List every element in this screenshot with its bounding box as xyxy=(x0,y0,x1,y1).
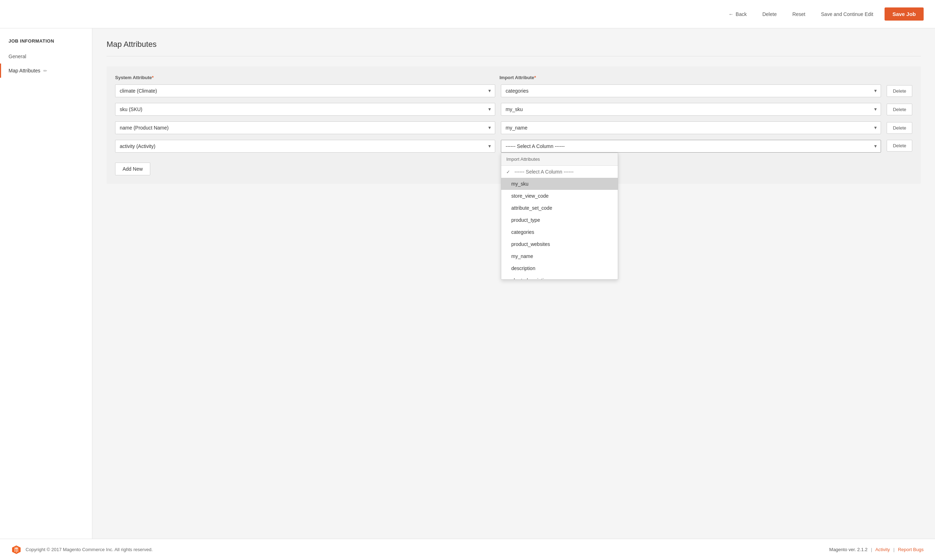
activity-link[interactable]: Activity xyxy=(875,547,890,552)
table-row: activity (Activity) ▼ ------ Select A Co… xyxy=(115,140,912,152)
dropdown-option-product-websites: product_websites xyxy=(511,241,550,247)
checkmark-icon: ✓ xyxy=(506,169,510,175)
sidebar: JOB INFORMATION General Map Attributes ✏ xyxy=(0,28,93,539)
reset-button[interactable]: Reset xyxy=(788,9,810,20)
list-item[interactable]: attribute_set_code xyxy=(501,202,618,214)
required-marker-system: * xyxy=(152,75,154,80)
dropdown-option-store-view-code: store_view_code xyxy=(511,193,548,199)
back-button[interactable]: ← Back xyxy=(724,9,751,20)
import-attr-col-3: my_name ▼ xyxy=(501,122,881,134)
list-item[interactable]: product_websites xyxy=(501,238,618,250)
system-attr-select-1[interactable]: climate (Climate) xyxy=(115,85,495,97)
table-row: climate (Climate) ▼ categories ▼ Delete xyxy=(115,85,912,97)
list-item[interactable]: categories xyxy=(501,226,618,238)
import-attr-select-4[interactable]: ------ Select A Column ------ xyxy=(501,140,881,152)
system-attr-select-4[interactable]: activity (Activity) xyxy=(115,140,495,152)
dropdown-header: Import Attributes xyxy=(501,153,618,166)
footer: Copyright © 2017 Magento Commerce Inc. A… xyxy=(0,539,935,560)
import-select-wrapper-4: ------ Select A Column ------ ▼ xyxy=(501,140,881,152)
system-select-wrapper-1: climate (Climate) ▼ xyxy=(115,85,495,97)
list-item[interactable]: description xyxy=(501,262,618,274)
save-job-button[interactable]: Save Job xyxy=(884,8,924,21)
delete-row-4-button[interactable]: Delete xyxy=(887,140,912,152)
system-attr-select-3[interactable]: name (Product Name) xyxy=(115,122,495,134)
system-select-wrapper-2: sku (SKU) ▼ xyxy=(115,103,495,116)
reset-label: Reset xyxy=(792,11,805,17)
delete-button[interactable]: Delete xyxy=(758,9,781,20)
import-select-wrapper-2: my_sku ▼ xyxy=(501,103,881,116)
footer-copyright: Copyright © 2017 Magento Commerce Inc. A… xyxy=(26,547,153,552)
sidebar-item-general-label: General xyxy=(9,54,26,59)
system-attr-col-3: name (Product Name) ▼ xyxy=(115,122,495,134)
footer-right: Magento ver. 2.1.2 | Activity | Report B… xyxy=(829,547,924,552)
back-arrow-icon: ← xyxy=(728,11,734,17)
dropdown-option-categories: categories xyxy=(511,229,534,235)
system-attr-header: System Attribute* xyxy=(115,75,494,80)
dropdown-option-short-description: short_description xyxy=(511,277,549,279)
system-select-wrapper-3: name (Product Name) ▼ xyxy=(115,122,495,134)
footer-left: Copyright © 2017 Magento Commerce Inc. A… xyxy=(11,545,153,555)
magento-version-label: Magento xyxy=(829,547,848,552)
list-item[interactable]: short_description xyxy=(501,274,618,279)
toolbar: ← Back Delete Reset Save and Continue Ed… xyxy=(0,0,935,28)
save-job-label: Save Job xyxy=(892,11,916,17)
back-label: Back xyxy=(736,11,747,17)
import-select-wrapper-1: categories ▼ xyxy=(501,85,881,97)
save-continue-button[interactable]: Save and Continue Edit xyxy=(817,9,878,20)
import-attributes-dropdown: Import Attributes ✓ ------ Select A Colu… xyxy=(501,152,618,280)
page-title: Map Attributes xyxy=(106,40,921,49)
import-attr-header: Import Attribute* xyxy=(500,75,878,80)
magento-version: ver. 2.1.2 xyxy=(849,547,867,552)
dropdown-placeholder-item[interactable]: ✓ ------ Select A Column ------ xyxy=(501,166,618,178)
import-attr-col-4: ------ Select A Column ------ ▼ Import A… xyxy=(501,140,881,152)
report-bugs-link[interactable]: Report Bugs xyxy=(898,547,924,552)
system-select-wrapper-4: activity (Activity) ▼ xyxy=(115,140,495,152)
import-attr-select-2[interactable]: my_sku xyxy=(501,103,881,116)
dropdown-option-description: description xyxy=(511,265,535,271)
import-attr-select-1[interactable]: categories xyxy=(501,85,881,97)
dropdown-scroll-area[interactable]: ✓ ------ Select A Column ------ my_sku s… xyxy=(501,166,618,279)
dropdown-placeholder-label: ------ Select A Column ------ xyxy=(514,169,573,175)
delete-row-2-button[interactable]: Delete xyxy=(887,104,912,115)
import-select-wrapper-3: my_name ▼ xyxy=(501,122,881,134)
delete-label: Delete xyxy=(762,11,776,17)
footer-separator: | xyxy=(871,547,872,552)
edit-icon: ✏ xyxy=(43,68,47,74)
delete-row-1-button[interactable]: Delete xyxy=(887,85,912,97)
sidebar-item-map-attributes-label: Map Attributes xyxy=(9,68,40,74)
import-attr-select-3[interactable]: my_name xyxy=(501,122,881,134)
header-spacer xyxy=(884,75,912,80)
dropdown-option-my-sku: my_sku xyxy=(511,181,528,187)
main-layout: JOB INFORMATION General Map Attributes ✏… xyxy=(0,28,935,539)
table-row: sku (SKU) ▼ my_sku ▼ Delete xyxy=(115,103,912,116)
map-attributes-container: System Attribute* Import Attribute* clim… xyxy=(106,66,921,184)
list-item[interactable]: my_name xyxy=(501,250,618,262)
list-item[interactable]: my_sku xyxy=(501,178,618,190)
delete-row-3-button[interactable]: Delete xyxy=(887,122,912,134)
magento-logo xyxy=(11,545,21,555)
dropdown-option-attribute-set-code: attribute_set_code xyxy=(511,205,552,211)
system-attr-select-2[interactable]: sku (SKU) xyxy=(115,103,495,116)
import-attr-col-1: categories ▼ xyxy=(501,85,881,97)
save-continue-label: Save and Continue Edit xyxy=(821,11,873,17)
import-attr-col-2: my_sku ▼ xyxy=(501,103,881,116)
required-marker-import: * xyxy=(534,75,536,80)
dropdown-option-my-name: my_name xyxy=(511,253,533,259)
content-area: Map Attributes System Attribute* Import … xyxy=(93,28,935,539)
list-item[interactable]: store_view_code xyxy=(501,190,618,202)
sidebar-item-map-attributes[interactable]: Map Attributes ✏ xyxy=(0,63,92,78)
table-row: name (Product Name) ▼ my_name ▼ Delete xyxy=(115,122,912,134)
attr-headers: System Attribute* Import Attribute* xyxy=(115,75,912,80)
sidebar-section-title: JOB INFORMATION xyxy=(0,28,92,49)
list-item[interactable]: product_type xyxy=(501,214,618,226)
system-attr-col-4: activity (Activity) ▼ xyxy=(115,140,495,152)
section-divider xyxy=(106,56,921,57)
add-new-button[interactable]: Add New xyxy=(115,163,150,175)
system-attr-col-1: climate (Climate) ▼ xyxy=(115,85,495,97)
footer-separator-2: | xyxy=(893,547,895,552)
sidebar-item-general[interactable]: General xyxy=(0,49,92,63)
dropdown-option-product-type: product_type xyxy=(511,217,540,223)
system-attr-col-2: sku (SKU) ▼ xyxy=(115,103,495,116)
